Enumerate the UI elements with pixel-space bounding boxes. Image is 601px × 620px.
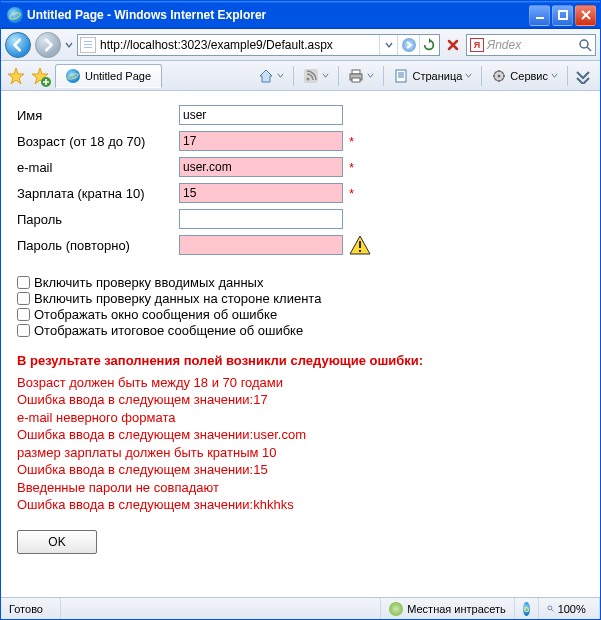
- ie-window: Untitled Page - Windows Internet Explore…: [0, 0, 601, 620]
- svg-rect-1: [559, 11, 567, 19]
- check-msgbox-label: Отображать окно сообщения об ошибке: [34, 307, 277, 322]
- zoom-label: 100%: [558, 603, 586, 615]
- tab[interactable]: Untitled Page: [55, 64, 162, 88]
- page-content: Имя Возраст (от 18 до 70) * e-mail * Зар…: [1, 91, 600, 597]
- titlebar: Untitled Page - Windows Internet Explore…: [1, 1, 600, 29]
- page-menu-label: Страница: [412, 70, 462, 82]
- age-asterisk: *: [349, 134, 354, 149]
- address-bar: [77, 34, 440, 56]
- zoom-dropdown-icon: [590, 605, 591, 613]
- back-button[interactable]: [5, 32, 31, 58]
- check-summary-label: Отображать итоговое сообщение об ошибке: [34, 323, 303, 338]
- tools-menu-label: Сервис: [510, 70, 548, 82]
- password2-label: Пароль (повторно): [17, 238, 179, 253]
- page-menu[interactable]: Страница: [388, 64, 477, 88]
- close-button[interactable]: [575, 5, 596, 26]
- error-line: Ошибка ввода в следующем значении:15: [17, 461, 584, 479]
- password-field[interactable]: [179, 209, 343, 229]
- tab-page-icon: [66, 69, 80, 83]
- yandex-icon: Я: [470, 38, 484, 52]
- error-line: e-mail неверного формата: [17, 409, 584, 427]
- go-button[interactable]: [397, 35, 419, 55]
- status-ready: Готово: [1, 598, 61, 619]
- error-line: Ошибка ввода в следующем значении:khkhks: [17, 496, 584, 514]
- page-icon: [80, 37, 96, 53]
- svg-point-2: [580, 40, 588, 48]
- error-line: Ошибка ввода в следующем значении:17: [17, 391, 584, 409]
- salary-label: Зарплата (кратна 10): [17, 186, 179, 201]
- email-asterisk: *: [349, 160, 354, 175]
- email-label: e-mail: [17, 160, 179, 175]
- add-favorite-icon[interactable]: [31, 67, 49, 85]
- ie-icon: [7, 7, 23, 23]
- search-placeholder: Яndex: [487, 38, 578, 52]
- favorites-icon[interactable]: [7, 67, 25, 85]
- error-header: В результате заполнения полей возникли с…: [17, 352, 584, 370]
- print-button[interactable]: [343, 64, 379, 88]
- status-protected: [515, 598, 539, 619]
- statusbar: Готово Местная интрасеть 100%: [1, 597, 600, 619]
- svg-rect-12: [359, 241, 361, 248]
- error-summary: В результате заполнения полей возникли с…: [17, 352, 584, 514]
- svg-rect-0: [536, 17, 544, 19]
- error-line: Ошибка ввода в следующем значении:user.c…: [17, 426, 584, 444]
- minimize-button[interactable]: [529, 5, 550, 26]
- url-dropdown[interactable]: [379, 35, 397, 55]
- warning-icon: [349, 235, 371, 255]
- zoom-control[interactable]: 100%: [539, 598, 600, 619]
- svg-rect-6: [352, 70, 360, 74]
- password-label: Пароль: [17, 212, 179, 227]
- salary-asterisk: *: [349, 186, 354, 201]
- tab-toolbar: Untitled Page Страница: [1, 61, 600, 91]
- tools-menu[interactable]: Сервис: [486, 64, 563, 88]
- error-line: Введенные пароли не совпадают: [17, 479, 584, 497]
- toolbar-chevron[interactable]: [572, 64, 594, 88]
- status-zone: Местная интрасеть: [381, 598, 515, 619]
- svg-point-5: [307, 77, 310, 80]
- svg-rect-8: [352, 78, 360, 82]
- check-msgbox[interactable]: [17, 308, 30, 321]
- svg-point-14: [548, 606, 552, 610]
- zone-icon: [389, 602, 403, 616]
- salary-field[interactable]: [179, 183, 343, 203]
- window-title: Untitled Page - Windows Internet Explore…: [27, 8, 527, 22]
- toolbar-right: Страница Сервис: [253, 64, 594, 88]
- nav-toolbar: Я Яndex: [1, 29, 600, 61]
- search-icon[interactable]: [578, 38, 592, 52]
- url-input[interactable]: [100, 36, 379, 54]
- forward-button[interactable]: [35, 32, 61, 58]
- ok-button[interactable]: OK: [17, 530, 97, 554]
- feeds-button[interactable]: [298, 64, 334, 88]
- error-line: Возраст должен быть между 18 и 70 годами: [17, 374, 584, 392]
- age-label: Возраст (от 18 до 70): [17, 134, 179, 149]
- check-validate-label: Включить проверку вводимых данных: [34, 275, 263, 290]
- check-client[interactable]: [17, 292, 30, 305]
- email-field[interactable]: [179, 157, 343, 177]
- history-dropdown[interactable]: [65, 39, 73, 51]
- zoom-icon: [547, 605, 554, 612]
- svg-point-11: [498, 74, 501, 77]
- ie-small-icon: [523, 602, 530, 616]
- svg-rect-9: [396, 70, 406, 82]
- checkbox-group: Включить проверку вводимых данных Включи…: [17, 275, 584, 338]
- password2-field[interactable]: [179, 235, 343, 255]
- check-summary[interactable]: [17, 324, 30, 337]
- error-line: размер зарплаты должен быть кратным 10: [17, 444, 584, 462]
- stop-button[interactable]: [444, 35, 462, 55]
- age-field[interactable]: [179, 131, 343, 151]
- svg-rect-13: [359, 250, 361, 252]
- name-field[interactable]: [179, 105, 343, 125]
- home-button[interactable]: [253, 64, 289, 88]
- check-client-label: Включить проверку данных на стороне клие…: [34, 291, 321, 306]
- tab-label: Untitled Page: [85, 70, 151, 82]
- refresh-button[interactable]: [419, 35, 437, 55]
- name-label: Имя: [17, 108, 179, 123]
- maximize-button[interactable]: [552, 5, 573, 26]
- status-zone-label: Местная интрасеть: [407, 603, 506, 615]
- search-bar[interactable]: Я Яndex: [466, 34, 596, 56]
- check-validate[interactable]: [17, 276, 30, 289]
